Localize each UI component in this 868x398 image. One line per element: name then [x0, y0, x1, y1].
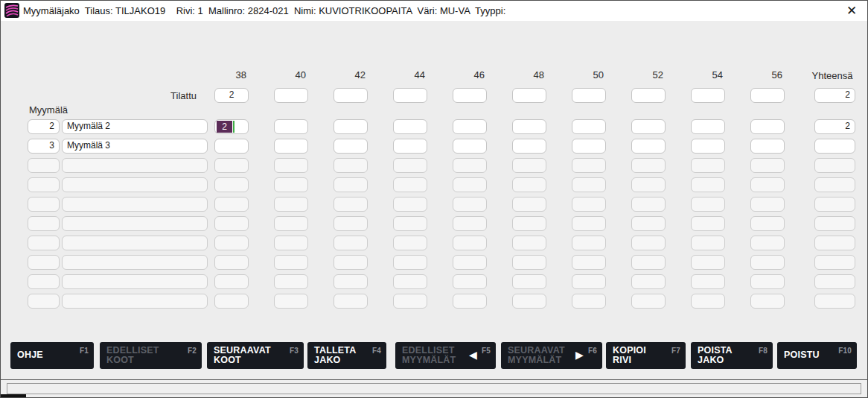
store-row-1-cell-44[interactable]: [393, 119, 427, 134]
store-row-8-cell-40[interactable]: [274, 255, 308, 270]
ordered-cell-44[interactable]: [393, 88, 427, 103]
store-row-8-cell-48[interactable]: [512, 255, 546, 270]
store-row-5-cell-48[interactable]: [512, 197, 546, 212]
store-row-10-cell-38[interactable]: [214, 294, 249, 309]
store-row-3-name[interactable]: [62, 158, 208, 173]
ordered-cell-46[interactable]: [453, 88, 487, 103]
store-row-6-cell-40[interactable]: [274, 216, 308, 231]
store-row-2-cell-40[interactable]: [274, 139, 308, 154]
ordered-cell-42[interactable]: [334, 88, 368, 103]
store-row-4-cell-42[interactable]: [334, 177, 368, 192]
ordered-cell-52[interactable]: [631, 88, 666, 103]
store-row-10-cell-46[interactable]: [453, 294, 487, 309]
store-row-8-number[interactable]: [28, 255, 60, 270]
store-row-3-cell-48[interactable]: [512, 158, 546, 173]
store-row-7-cell-52[interactable]: [631, 236, 666, 250]
store-row-7-cell-48[interactable]: [512, 236, 546, 250]
store-row-5-cell-56[interactable]: [750, 197, 785, 212]
store-row-3-cell-52[interactable]: [631, 158, 666, 173]
store-row-6-cell-56[interactable]: [750, 216, 785, 231]
store-row-4-name[interactable]: [62, 177, 208, 192]
store-row-4-cell-48[interactable]: [512, 177, 546, 192]
store-row-3-cell-54[interactable]: [691, 158, 725, 173]
store-row-6-cell-54[interactable]: [691, 216, 725, 231]
store-row-6-cell-42[interactable]: [334, 216, 368, 231]
store-row-5-number[interactable]: [28, 197, 60, 212]
store-row-10-cell-50[interactable]: [572, 294, 606, 309]
store-row-6-cell-46[interactable]: [453, 216, 487, 231]
button-ohje[interactable]: OHJEF1: [10, 342, 94, 369]
store-row-6-name[interactable]: [62, 216, 208, 231]
store-row-10-cell-44[interactable]: [393, 294, 427, 309]
store-row-9-cell-38[interactable]: [214, 274, 249, 289]
store-row-3-cell-42[interactable]: [334, 158, 368, 173]
store-row-7-cell-46[interactable]: [453, 236, 487, 250]
store-row-9-cell-44[interactable]: [393, 274, 427, 289]
store-row-3-cell-44[interactable]: [393, 158, 427, 173]
store-row-7-cell-42[interactable]: [334, 236, 368, 250]
store-row-2-cell-46[interactable]: [453, 139, 487, 154]
store-row-1-number[interactable]: 2: [28, 119, 60, 134]
store-row-3-cell-40[interactable]: [274, 158, 308, 173]
store-row-7-cell-44[interactable]: [393, 236, 427, 250]
store-row-10-cell-48[interactable]: [512, 294, 546, 309]
store-row-2-cell-52[interactable]: [631, 139, 666, 154]
button-poistu[interactable]: POISTUF10: [777, 342, 857, 369]
store-row-5-name[interactable]: [62, 197, 208, 212]
store-row-7-cell-38[interactable]: [214, 236, 249, 250]
store-row-8-cell-50[interactable]: [572, 255, 606, 270]
ordered-cell-40[interactable]: [274, 88, 308, 103]
store-row-4-cell-56[interactable]: [750, 177, 785, 192]
store-row-1-cell-40[interactable]: [274, 119, 308, 134]
button-kopioi-rivi[interactable]: KOPIOI RIVIF7: [606, 342, 686, 369]
store-row-8-cell-46[interactable]: [453, 255, 487, 270]
store-row-9-cell-42[interactable]: [334, 274, 368, 289]
store-row-9-cell-40[interactable]: [274, 274, 308, 289]
store-row-4-cell-52[interactable]: [631, 177, 666, 192]
store-row-7-name[interactable]: [62, 236, 208, 250]
store-row-10-name[interactable]: [62, 294, 208, 309]
button-seuraavat-koot[interactable]: SEURAAVAT KOOTF3: [207, 342, 304, 369]
store-row-6-cell-44[interactable]: [393, 216, 427, 231]
store-row-1-name[interactable]: Myymälä 2: [62, 119, 208, 134]
store-row-3-cell-46[interactable]: [453, 158, 487, 173]
store-row-9-cell-46[interactable]: [453, 274, 487, 289]
ordered-cell-38[interactable]: 2: [214, 88, 249, 103]
store-row-4-cell-40[interactable]: [274, 177, 308, 192]
store-row-10-number[interactable]: [28, 294, 60, 309]
store-row-6-cell-52[interactable]: [631, 216, 666, 231]
store-row-4-cell-54[interactable]: [691, 177, 725, 192]
store-row-1-cell-50[interactable]: [572, 119, 606, 134]
store-row-9-cell-48[interactable]: [512, 274, 546, 289]
store-row-7-cell-50[interactable]: [572, 236, 606, 250]
store-row-10-cell-52[interactable]: [631, 294, 666, 309]
store-row-9-number[interactable]: [28, 274, 60, 289]
store-row-4-cell-44[interactable]: [393, 177, 427, 192]
store-row-9-cell-50[interactable]: [572, 274, 606, 289]
store-row-6-cell-38[interactable]: [214, 216, 249, 231]
store-row-4-number[interactable]: [28, 177, 60, 192]
store-row-7-cell-54[interactable]: [691, 236, 725, 250]
store-row-10-cell-56[interactable]: [750, 294, 785, 309]
store-row-8-cell-54[interactable]: [691, 255, 725, 270]
store-row-3-number[interactable]: [28, 158, 60, 173]
ordered-cell-54[interactable]: [691, 88, 725, 103]
store-row-5-cell-42[interactable]: [334, 197, 368, 212]
store-row-4-cell-46[interactable]: [453, 177, 487, 192]
store-row-2-cell-54[interactable]: [691, 139, 725, 154]
store-row-3-cell-38[interactable]: [214, 158, 249, 173]
ordered-cell-50[interactable]: [572, 88, 606, 103]
store-row-5-cell-40[interactable]: [274, 197, 308, 212]
store-row-5-cell-38[interactable]: [214, 197, 249, 212]
store-row-5-cell-54[interactable]: [691, 197, 725, 212]
store-row-3-cell-50[interactable]: [572, 158, 606, 173]
store-row-2-cell-48[interactable]: [512, 139, 546, 154]
store-row-3-cell-56[interactable]: [750, 158, 785, 173]
store-row-7-number[interactable]: [28, 236, 60, 250]
button-poista-jako[interactable]: POISTA JAKOF8: [691, 342, 773, 369]
store-row-9-name[interactable]: [62, 274, 208, 289]
store-row-6-number[interactable]: [28, 216, 60, 231]
store-row-8-cell-42[interactable]: [334, 255, 368, 270]
store-row-2-cell-38[interactable]: [214, 139, 249, 154]
store-row-4-cell-38[interactable]: [214, 177, 249, 192]
